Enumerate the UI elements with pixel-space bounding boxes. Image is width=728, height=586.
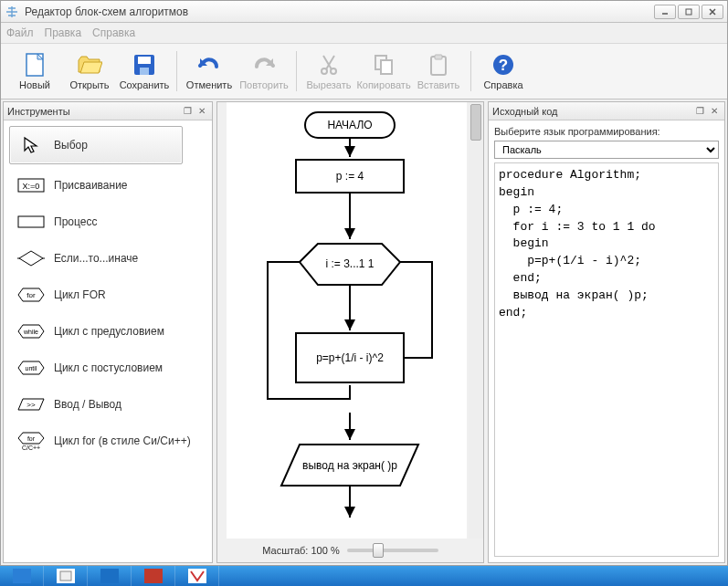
language-select[interactable]: Паскаль [494, 141, 719, 159]
tool-until[interactable]: until Цикл с постусловием [9, 352, 206, 383]
tool-while-label: Цикл с предусловием [54, 325, 164, 338]
svg-rect-39 [13, 569, 31, 583]
undo-icon [196, 52, 222, 78]
copy-icon [371, 52, 396, 78]
paste-button[interactable]: Вставить [412, 46, 465, 97]
zoom-slider-thumb[interactable] [373, 543, 384, 558]
save-disk-icon [132, 52, 157, 78]
while-icon: while [17, 322, 45, 340]
save-button[interactable]: Сохранить [118, 46, 171, 97]
taskbar-item[interactable] [0, 566, 44, 586]
close-button[interactable] [702, 5, 723, 19]
toolbar-separator [176, 51, 177, 91]
minimize-button[interactable] [654, 5, 676, 19]
tools-panel-header: Инструменты ❐ ✕ [4, 102, 212, 120]
source-panel-title: Исходный код [492, 106, 691, 117]
tool-io[interactable]: >> Ввод / Вывод [9, 389, 206, 420]
redo-icon [251, 52, 277, 78]
svg-rect-16 [18, 216, 44, 227]
zoom-slider[interactable] [347, 549, 438, 552]
process-icon [17, 213, 45, 231]
panel-close-icon[interactable]: ✕ [708, 105, 721, 118]
tools-panel-title: Инструменты [7, 106, 179, 117]
help-icon: ? [491, 52, 516, 78]
undock-icon[interactable]: ❐ [693, 105, 706, 118]
io-icon: >> [17, 395, 45, 413]
help-label: Справка [483, 79, 522, 90]
diamond-icon [17, 249, 45, 267]
toolbar-separator [470, 51, 471, 91]
tool-process-label: Процесс [54, 215, 97, 228]
taskbar-item[interactable] [44, 566, 88, 586]
node-body[interactable]: p=p+(1/i - i)^2 [295, 332, 405, 383]
node-start[interactable]: НАЧАЛО [304, 111, 396, 139]
svg-rect-11 [435, 55, 442, 59]
undo-button[interactable]: Отменить [183, 46, 236, 97]
window-title: Редактор блок-схем алгоритмов [25, 5, 654, 18]
language-label: Выберите язык программирования: [494, 126, 719, 137]
svg-text:for: for [26, 291, 36, 299]
app-window: Редактор блок-схем алгоритмов Файл Правк… [0, 0, 728, 566]
svg-rect-41 [60, 571, 71, 581]
window-controls [654, 5, 723, 19]
canvas-panel: i := 3...1 1 вывод на экран( )p НАЧАЛО p… [216, 101, 484, 563]
svg-rect-42 [100, 569, 119, 583]
tools-panel: Инструменты ❐ ✕ Выбор X:=0 Присваивание … [3, 101, 213, 563]
svg-marker-17 [19, 251, 43, 266]
canvas-vscrollbar[interactable] [469, 102, 483, 539]
taskbar-item[interactable] [132, 566, 175, 586]
new-label: Новый [19, 79, 50, 90]
redo-button[interactable]: Повторить [237, 46, 290, 97]
tool-assign-label: Присваивание [54, 179, 128, 192]
maximize-button[interactable] [678, 5, 700, 19]
tool-for[interactable]: for Цикл FOR [9, 279, 206, 310]
svg-text:?: ? [499, 57, 508, 74]
body: Инструменты ❐ ✕ Выбор X:=0 Присваивание … [1, 99, 727, 565]
toolbar: Новый Открыть Сохранить Отменить Повтори… [1, 43, 727, 99]
open-button[interactable]: Открыть [63, 46, 116, 97]
new-button[interactable]: Новый [8, 46, 61, 97]
cut-button[interactable]: Вырезать [302, 46, 355, 97]
tool-assign[interactable]: X:=0 Присваивание [9, 170, 206, 201]
tool-until-label: Цикл с постусловием [54, 361, 163, 374]
loop-text: i := 3...1 1 [325, 257, 374, 270]
tool-cfor[interactable]: forC/C++ Цикл for (в стиле Си/Си++) [9, 425, 206, 456]
menu-file[interactable]: Файл [6, 26, 34, 39]
menu-edit[interactable]: Правка [45, 26, 82, 39]
source-body: Выберите язык программирования: Паскаль … [489, 120, 724, 562]
flowchart-canvas[interactable]: i := 3...1 1 вывод на экран( )p НАЧАЛО p… [227, 102, 467, 539]
svg-text:for: for [27, 435, 36, 442]
tool-process[interactable]: Процесс [9, 206, 206, 237]
undo-label: Отменить [186, 79, 232, 90]
tool-while[interactable]: while Цикл с предусловием [9, 316, 206, 347]
os-taskbar [0, 566, 728, 586]
svg-text:C/C++: C/C++ [22, 445, 40, 451]
scroll-thumb[interactable] [470, 104, 481, 141]
tool-ifelse[interactable]: Если...то...иначе [9, 243, 206, 274]
tool-for-label: Цикл FOR [54, 288, 106, 301]
menu-help[interactable]: Справка [92, 26, 135, 39]
paste-label: Вставить [417, 79, 460, 90]
copy-button[interactable]: Копировать [357, 46, 410, 97]
cut-label: Вырезать [307, 79, 352, 90]
copy-label: Копировать [356, 79, 410, 90]
redo-label: Повторить [239, 79, 289, 90]
tool-select-label: Выбор [54, 139, 88, 152]
menubar: Файл Правка Справка [1, 23, 727, 43]
open-label: Открыть [69, 79, 109, 90]
source-code[interactable]: procedure Algorithm; begin p := 4; for i… [494, 162, 719, 557]
tool-cfor-label: Цикл for (в стиле Си/Си++) [54, 434, 191, 447]
save-label: Сохранить [120, 79, 170, 90]
until-icon: until [17, 359, 45, 377]
taskbar-item[interactable] [175, 566, 219, 586]
source-panel-header: Исходный код ❐ ✕ [489, 102, 724, 120]
taskbar-item[interactable] [88, 566, 132, 586]
node-assign[interactable]: p := 4 [295, 159, 405, 194]
undock-icon[interactable]: ❐ [181, 105, 194, 118]
tool-io-label: Ввод / Вывод [54, 398, 121, 411]
paste-icon [426, 52, 451, 78]
tool-select[interactable]: Выбор [9, 126, 183, 164]
help-button[interactable]: ? Справка [477, 46, 530, 97]
panel-close-icon[interactable]: ✕ [195, 105, 208, 118]
svg-text:X:=0: X:=0 [23, 182, 40, 191]
